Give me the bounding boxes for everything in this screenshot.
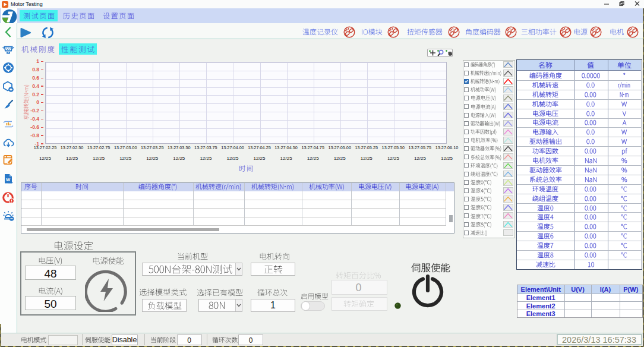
svg-text:W: W <box>6 177 11 182</box>
